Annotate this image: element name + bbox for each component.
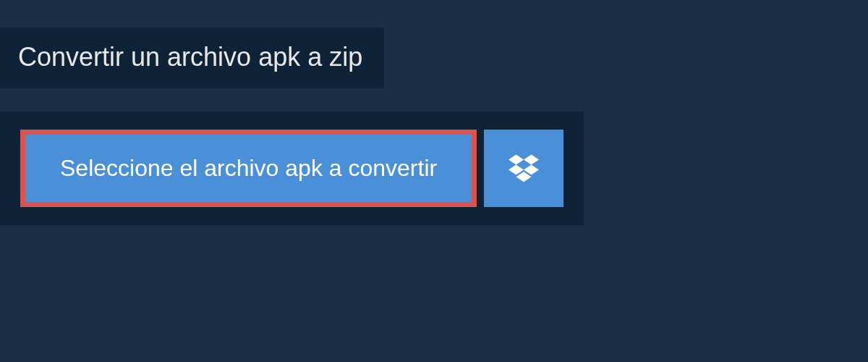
dropbox-icon: [509, 152, 539, 185]
dropbox-button[interactable]: [484, 130, 563, 207]
select-file-label: Seleccione el archivo apk a convertir: [60, 155, 437, 182]
select-file-button[interactable]: Seleccione el archivo apk a convertir: [20, 130, 477, 207]
button-row: Seleccione el archivo apk a convertir: [20, 130, 563, 207]
page-title: Convertir un archivo apk a zip: [0, 28, 384, 88]
upload-panel: Seleccione el archivo apk a convertir: [0, 111, 584, 225]
